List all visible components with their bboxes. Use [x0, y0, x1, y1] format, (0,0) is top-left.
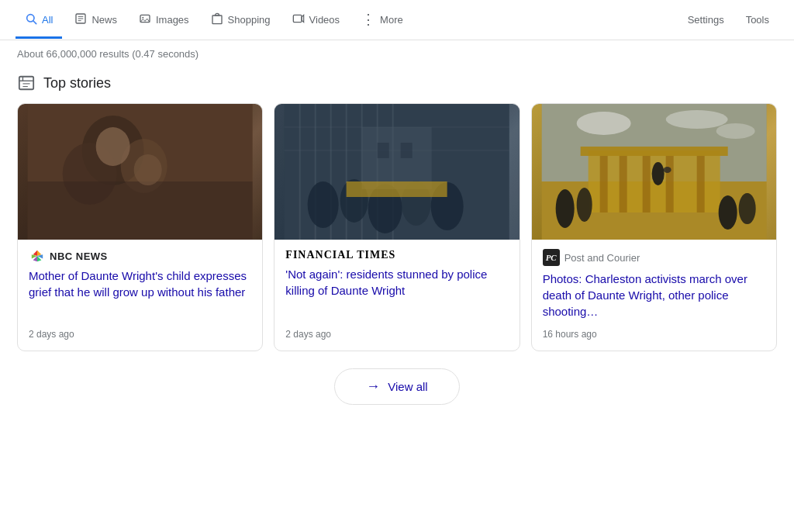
- top-stories-section: Top stories: [0, 66, 794, 351]
- card-2-source: FINANCIAL TIMES: [285, 249, 508, 261]
- tab-settings-label: Settings: [688, 14, 724, 26]
- arrow-right-icon: →: [366, 378, 380, 395]
- tab-more[interactable]: ⋮ More: [352, 0, 413, 40]
- svg-rect-54: [619, 156, 627, 212]
- tab-tools-label: Tools: [746, 14, 769, 26]
- svg-point-44: [431, 182, 464, 230]
- svg-rect-20: [28, 181, 253, 240]
- svg-point-18: [121, 139, 167, 193]
- svg-point-61: [738, 193, 755, 224]
- tab-more-label: More: [380, 14, 403, 26]
- svg-point-21: [96, 127, 130, 166]
- svg-rect-51: [588, 150, 720, 212]
- images-icon: [139, 12, 151, 27]
- news-card-3: PC Post and Courier Photos: Charleston a…: [531, 103, 777, 351]
- tab-settings[interactable]: Settings: [678, 3, 734, 37]
- svg-point-63: [663, 167, 671, 173]
- tab-images[interactable]: Images: [129, 2, 198, 39]
- tab-images-label: Images: [156, 14, 189, 26]
- news-card-1: NBC NEWS Mother of Daunte Wright's child…: [17, 103, 263, 351]
- svg-point-43: [402, 181, 431, 226]
- tab-shopping-label: Shopping: [228, 14, 271, 26]
- card-1-source-name: NBC NEWS: [50, 250, 108, 262]
- card-1-title[interactable]: Mother of Daunte Wright's child expresse…: [29, 268, 251, 300]
- svg-point-40: [308, 181, 339, 228]
- card-2-time: 2 days ago: [285, 324, 508, 340]
- top-stories-title: Top stories: [43, 75, 111, 92]
- svg-point-64: [576, 112, 630, 135]
- search-icon: [25, 12, 37, 27]
- view-all-label: View all: [388, 380, 427, 393]
- card-3-title[interactable]: Photos: Charleston activists march over …: [543, 271, 765, 320]
- svg-rect-50: [541, 104, 766, 181]
- card-2-source-name: FINANCIAL TIMES: [285, 249, 395, 261]
- tab-news-label: News: [91, 14, 117, 26]
- svg-line-1: [33, 21, 36, 24]
- tab-videos[interactable]: Videos: [283, 2, 350, 39]
- card-3-time: 16 hours ago: [543, 324, 765, 340]
- card-3-body: PC Post and Courier Photos: Charleston a…: [532, 240, 776, 351]
- view-all-section: → View all: [0, 351, 794, 413]
- videos-icon: [292, 12, 305, 27]
- card-1-body: NBC NEWS Mother of Daunte Wright's child…: [18, 240, 262, 351]
- svg-point-7: [142, 16, 143, 18]
- svg-rect-57: [696, 156, 704, 212]
- tab-tools[interactable]: Tools: [737, 3, 778, 37]
- cards-grid: NBC NEWS Mother of Daunte Wright's child…: [17, 103, 777, 351]
- tab-shopping[interactable]: Shopping: [202, 2, 280, 39]
- card-3-source-logo: PC: [543, 249, 560, 266]
- svg-point-41: [340, 179, 368, 223]
- tab-all-label: All: [42, 14, 53, 26]
- svg-rect-53: [599, 156, 607, 212]
- card-3-source: PC Post and Courier: [543, 249, 765, 266]
- card-2-body: FINANCIAL TIMES 'Not again': residents s…: [274, 240, 519, 351]
- card-1-image: [18, 104, 262, 240]
- svg-rect-48: [347, 181, 447, 197]
- top-stories-header: Top stories: [17, 74, 777, 92]
- top-stories-icon: [17, 74, 36, 92]
- svg-rect-8: [212, 16, 222, 24]
- svg-rect-11: [19, 77, 33, 90]
- card-3-image: [532, 104, 776, 240]
- svg-rect-16: [28, 104, 253, 240]
- svg-point-22: [134, 154, 162, 185]
- news-card-2: FINANCIAL TIMES 'Not again': residents s…: [274, 103, 520, 351]
- card-1-source: NBC NEWS: [29, 249, 251, 263]
- svg-point-19: [63, 143, 117, 205]
- results-count: About 66,000,000 results (0.47 seconds): [0, 40, 794, 66]
- svg-rect-49: [541, 104, 766, 240]
- view-all-button[interactable]: → View all: [334, 368, 459, 405]
- svg-rect-56: [665, 156, 673, 212]
- tab-news[interactable]: News: [65, 2, 126, 39]
- svg-rect-29: [285, 104, 509, 240]
- svg-rect-9: [293, 15, 302, 22]
- tab-all[interactable]: All: [16, 2, 62, 39]
- svg-point-60: [718, 195, 737, 230]
- shopping-icon: [211, 12, 223, 27]
- svg-rect-55: [642, 156, 650, 212]
- svg-rect-45: [362, 127, 432, 189]
- svg-point-17: [82, 116, 144, 185]
- svg-point-66: [716, 123, 754, 139]
- card-1-time: 2 days ago: [29, 324, 251, 340]
- card-2-title[interactable]: 'Not again': residents stunned by police…: [285, 266, 508, 299]
- svg-rect-30: [285, 104, 509, 240]
- news-icon: [74, 12, 87, 27]
- more-icon: ⋮: [361, 11, 375, 28]
- svg-point-59: [576, 188, 592, 222]
- svg-point-65: [665, 110, 727, 129]
- card-2-image: [274, 104, 519, 240]
- svg-rect-52: [580, 147, 727, 156]
- svg-point-62: [651, 162, 664, 185]
- tab-videos-label: Videos: [309, 14, 340, 26]
- card-3-source-name: Post and Courier: [564, 252, 640, 264]
- search-tab-bar: All News Images: [0, 0, 794, 40]
- svg-point-42: [368, 184, 402, 233]
- svg-rect-46: [378, 143, 389, 158]
- svg-point-58: [555, 189, 574, 228]
- svg-rect-47: [401, 143, 413, 158]
